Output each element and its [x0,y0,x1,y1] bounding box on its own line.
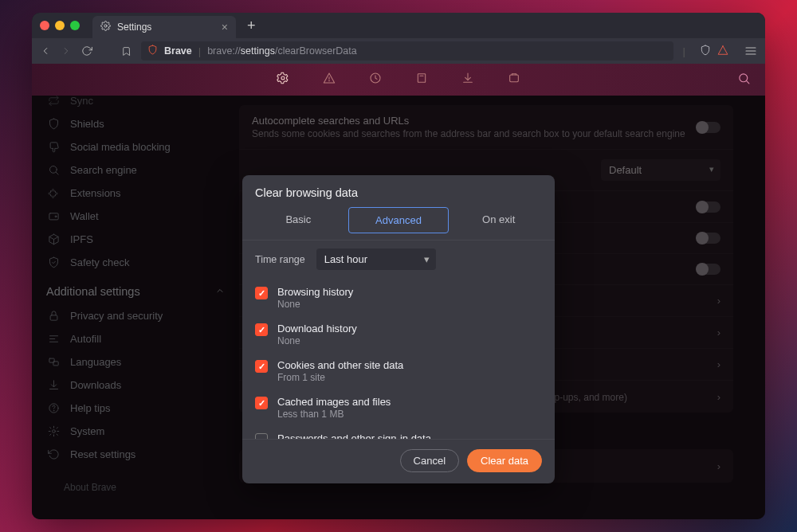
minimize-window-button[interactable] [55,21,65,30]
cancel-button[interactable]: Cancel [400,449,459,472]
modal-title: Clear browsing data [242,175,555,207]
gear-icon [100,21,111,33]
svg-rect-10 [510,75,519,82]
svg-line-12 [747,80,749,83]
clear-item-title: Cached images and files [277,396,391,408]
warning-badge-icon[interactable] [717,45,728,58]
strip-downloads-icon[interactable] [461,72,474,88]
clear-item-sub: None [277,335,357,346]
time-range-select[interactable]: Last hour [316,248,436,270]
bookmark-icon[interactable] [121,46,132,57]
extension-badges [700,45,728,58]
close-tab-button[interactable]: × [222,21,228,33]
url-text: brave://settings/clearBrowserData [207,45,357,57]
clear-item-browsing-history: Browsing historyNone [242,280,555,316]
svg-point-11 [740,73,748,81]
titlebar: Settings × + [32,13,765,38]
brand-label: Brave [164,45,192,57]
checkbox[interactable] [255,287,268,299]
tab-on-exit[interactable]: On exit [449,207,548,233]
clear-item-title: Passwords and other sign-in data [277,432,431,439]
clear-items-list: Browsing historyNoneDownload historyNone… [242,280,555,439]
clear-item-sub: From 1 site [277,372,403,383]
browser-window: Settings × + Brave | brave://settings/cl… [32,13,765,519]
window-controls [40,21,80,30]
shield-badge-icon[interactable] [700,45,711,58]
tab-advanced[interactable]: Advanced [348,207,450,233]
clear-item-passwords-and-other-sign-in-data: Passwords and other sign-in dataNone [242,426,555,439]
tab-basic[interactable]: Basic [249,207,348,233]
clear-item-cookies-and-other-site-data: Cookies and other site dataFrom 1 site [242,353,555,389]
new-tab-button[interactable]: + [247,18,256,34]
clear-item-sub: None [277,299,353,310]
back-button[interactable] [40,45,51,57]
address-bar[interactable]: Brave | brave://settings/clearBrowserDat… [141,41,673,61]
forward-button[interactable] [61,45,72,57]
clear-data-button[interactable]: Clear data [467,449,542,472]
clear-item-cached-images-and-files: Cached images and filesLess than 1 MB [242,389,555,426]
clear-browsing-data-dialog: Clear browsing data Basic Advanced On ex… [242,175,555,483]
clear-item-title: Cookies and other site data [277,359,403,371]
strip-history-icon[interactable] [369,72,382,88]
menu-button[interactable] [744,45,757,57]
clear-item-sub: Less than 1 MB [277,409,391,420]
brave-shield-icon [147,44,158,58]
settings-main: SyncShieldsSocial media blockingSearch e… [32,96,765,519]
modal-overlay: Clear browsing data Basic Advanced On ex… [32,96,765,519]
maximize-window-button[interactable] [70,21,80,30]
tab-title: Settings [117,22,151,33]
settings-category-strip [32,64,765,96]
strip-gear-icon[interactable] [277,72,289,88]
checkbox[interactable] [255,360,268,373]
svg-rect-8 [418,74,425,83]
clear-item-download-history: Download historyNone [242,316,555,353]
reload-button[interactable] [81,45,92,57]
clear-item-title: Download history [277,323,357,334]
browser-tab[interactable]: Settings × [92,16,236,38]
svg-point-4 [281,76,285,80]
modal-tabs: Basic Advanced On exit [242,207,555,240]
toolbar: Brave | brave://settings/clearBrowserDat… [32,38,765,64]
close-window-button[interactable] [40,21,49,30]
svg-point-6 [329,80,330,81]
strip-bookmarks-icon[interactable] [415,72,428,88]
settings-search-icon[interactable] [737,72,751,88]
checkbox[interactable] [255,397,268,409]
checkbox[interactable] [255,323,268,336]
checkbox[interactable] [255,433,268,439]
clear-item-title: Browsing history [277,286,353,298]
strip-wallet-icon[interactable] [508,72,520,88]
svg-point-0 [104,25,107,27]
strip-warning-icon[interactable] [323,72,336,88]
time-range-label: Time range [255,254,305,265]
